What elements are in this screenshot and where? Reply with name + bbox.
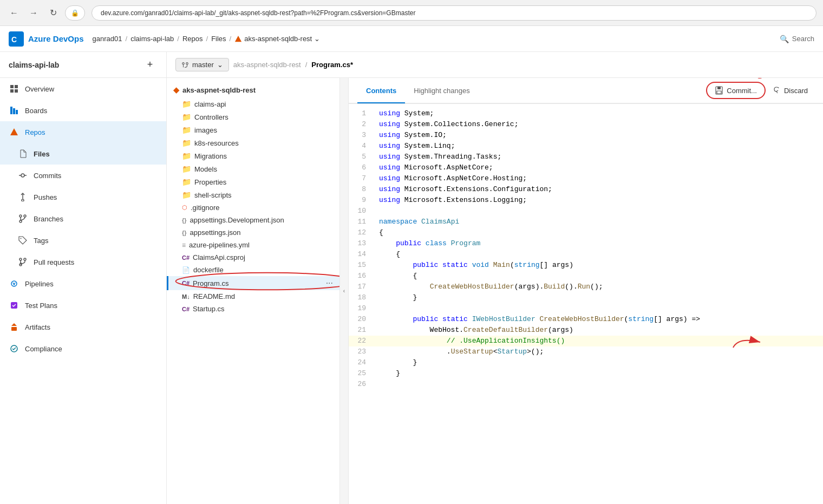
breadcrumb-org[interactable]: ganrad01	[93, 35, 122, 43]
back-button[interactable]: ←	[6, 5, 22, 21]
address-bar[interactable]	[92, 5, 817, 21]
content-area: claims-api-lab + Overview Boards	[0, 52, 823, 504]
tree-item-gitignore[interactable]: ⬡ .gitignore	[167, 201, 339, 214]
breadcrumb-repo[interactable]: aks-aspnet-sqldb-rest ⌄	[234, 35, 320, 43]
discard-icon	[772, 86, 781, 95]
commit-annotation: 3	[758, 78, 763, 81]
branches-icon	[17, 213, 28, 224]
refresh-button[interactable]: ↻	[45, 5, 61, 21]
branch-selector[interactable]: master ⌄	[175, 58, 229, 71]
tags-icon	[17, 235, 28, 246]
tab-highlight[interactable]: Highlight changes	[405, 79, 478, 103]
overview-icon	[9, 83, 19, 94]
commit-button[interactable]: Commit...	[706, 82, 766, 99]
sidebar-item-pull-requests[interactable]: Pull requests	[0, 251, 166, 273]
code-line-24: 24 }	[349, 357, 823, 368]
tree-item-label: Migrations	[194, 152, 227, 160]
svg-point-19	[21, 238, 22, 239]
svg-point-17	[24, 215, 26, 217]
search-box[interactable]: 🔍 Search	[780, 35, 814, 43]
project-name: claims-api-lab	[9, 61, 59, 69]
sidebar-item-commits[interactable]: Commits	[0, 165, 166, 186]
sidebar-item-compliance[interactable]: Compliance	[0, 338, 166, 359]
svg-rect-4	[15, 85, 18, 88]
tree-item-properties[interactable]: 📁 Properties	[167, 175, 339, 188]
tree-item-azure-pipelines[interactable]: ≡ azure-pipelines.yml	[167, 239, 339, 251]
tree-item-claims-api[interactable]: 📁 claims-api	[167, 97, 339, 110]
tree-item-dockerfile[interactable]: 📄 dockerfile	[167, 264, 339, 276]
tree-item-migrations[interactable]: 📁 Migrations	[167, 149, 339, 162]
pull-requests-icon	[17, 257, 28, 267]
svg-rect-8	[13, 108, 15, 114]
sidebar-item-repos[interactable]: Repos	[0, 121, 166, 143]
tree-item-label: k8s-resources	[194, 139, 239, 147]
code-line-4: 4 using System.Linq;	[349, 141, 823, 152]
breadcrumb-files[interactable]: Files	[211, 35, 226, 43]
sidebar-item-branches[interactable]: Branches	[0, 208, 166, 230]
tree-item-appsettings[interactable]: {} appsettings.json	[167, 226, 339, 239]
code-line-26: 26	[349, 379, 823, 390]
breadcrumb-repo-name: aks-aspnet-sqldb-rest	[244, 35, 312, 43]
md-icon: M↓	[182, 293, 190, 300]
cs-icon: C#	[182, 306, 190, 312]
sidebar-item-boards[interactable]: Boards	[0, 100, 166, 121]
code-line-22: 22 // .UseApplicationInsights()	[349, 336, 823, 346]
tree-root[interactable]: ◆ aks-aspnet-sqldb-rest	[167, 82, 339, 97]
sidebar-item-test-plans[interactable]: Test Plans	[0, 294, 166, 316]
app-logo[interactable]: C Azure DevOps	[9, 31, 84, 47]
boards-icon	[9, 105, 19, 116]
browser-bar: ← → ↻ 🔒	[0, 0, 823, 26]
sidebar-item-pipelines[interactable]: Pipelines	[0, 273, 166, 294]
tree-item-k8s-resources[interactable]: 📁 k8s-resources	[167, 136, 339, 149]
code-line-7: 7 using Microsoft.AspNetCore.Hosting;	[349, 173, 823, 184]
pushes-icon	[17, 192, 28, 202]
tree-item-readme[interactable]: M↓ README.md	[167, 290, 339, 303]
sidebar-item-label: Boards	[25, 107, 47, 115]
tree-item-label: README.md	[193, 292, 235, 300]
tree-item-more-icon[interactable]: ···	[326, 278, 333, 288]
sidebar-item-overview[interactable]: Overview	[0, 78, 166, 100]
tree-item-program-cs[interactable]: C# Program.cs ···	[167, 276, 339, 290]
discard-label: Discard	[784, 87, 808, 95]
code-line-16: 16 {	[349, 271, 823, 282]
code-area[interactable]: 1 using System; 2 using System.Collectio…	[349, 104, 823, 504]
tree-item-models[interactable]: 📁 Models	[167, 162, 339, 175]
sidebar-item-label: Overview	[25, 85, 54, 93]
tree-item-label: Program.cs	[193, 279, 228, 287]
svg-rect-9	[16, 110, 18, 114]
breadcrumb-repos[interactable]: Repos	[182, 35, 203, 43]
tree-item-controllers[interactable]: 📁 Controllers	[167, 110, 339, 123]
search-icon: 🔍	[780, 35, 789, 43]
sidebar-item-pushes[interactable]: Pushes	[0, 186, 166, 208]
pipelines-icon	[9, 278, 19, 289]
collapse-handle[interactable]: ‹	[340, 78, 349, 504]
code-line-1: 1 using System;	[349, 108, 823, 119]
code-line-14: 14 {	[349, 249, 823, 260]
svg-rect-5	[10, 89, 14, 93]
sidebar-item-files[interactable]: Files	[0, 143, 166, 165]
tree-item-claimsapi-csproj[interactable]: C# ClaimsApi.csproj	[167, 251, 339, 264]
code-line-17: 17 CreateWebHostBuilder(args).Build().Ru…	[349, 282, 823, 292]
folder-icon: 📁	[182, 178, 191, 186]
code-line-11: 11 namespace ClaimsApi	[349, 217, 823, 227]
sidebar-item-artifacts[interactable]: Artifacts	[0, 316, 166, 338]
tree-item-images[interactable]: 📁 images	[167, 123, 339, 136]
commit-btn-wrapper: 3 Commit...	[706, 82, 766, 99]
sidebar-item-label: Test Plans	[25, 302, 57, 310]
code-line-18: 18 }	[349, 292, 823, 303]
tree-item-appsettings-dev[interactable]: {} appsettings.Development.json	[167, 214, 339, 226]
chevron-down-icon: ⌄	[217, 61, 223, 69]
sidebar-item-tags[interactable]: Tags	[0, 230, 166, 251]
code-line-2: 2 using System.Collections.Generic;	[349, 119, 823, 130]
code-line-9: 9 using Microsoft.Extensions.Logging;	[349, 195, 823, 206]
code-line-6: 6 using Microsoft.AspNetCore;	[349, 162, 823, 173]
breadcrumb-project[interactable]: claims-api-lab	[130, 35, 174, 43]
add-project-button[interactable]: +	[142, 57, 158, 73]
discard-button[interactable]: Discard	[766, 83, 814, 98]
tab-contents[interactable]: Contents	[357, 79, 405, 103]
tree-item-shell-scripts[interactable]: 📁 shell-scripts	[167, 188, 339, 201]
code-line-20: 20 public static IWebHostBuilder CreateW…	[349, 314, 823, 325]
tree-item-label: Properties	[194, 178, 226, 186]
tree-item-startup-cs[interactable]: C# Startup.cs	[167, 303, 339, 315]
forward-button[interactable]: →	[26, 5, 41, 21]
